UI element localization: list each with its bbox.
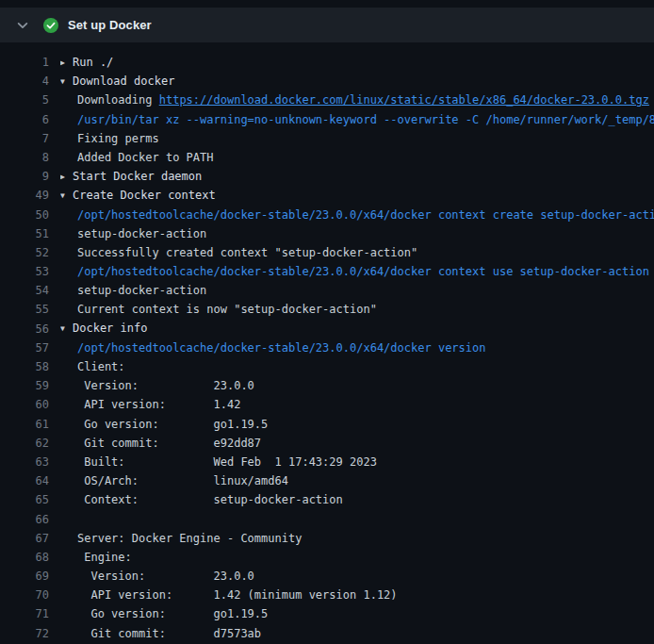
log-line: 69 Version: 23.0.0 — [0, 567, 654, 586]
group-collapsed-icon[interactable]: ▶ — [60, 168, 73, 187]
log-text: Go version: go1.19.5 — [77, 418, 268, 431]
log-text: /opt/hostedtoolcache/docker-stable/23.0.… — [77, 341, 485, 355]
line-body: Git commit: e92dd87 — [60, 434, 654, 453]
line-number[interactable]: 67 — [0, 529, 49, 548]
line-number[interactable]: 55 — [0, 300, 49, 319]
line-body: API version: 1.42 — [60, 395, 654, 414]
line-number[interactable]: 63 — [0, 453, 49, 471]
log-text: API version: 1.42 (minimum version 1.12) — [77, 588, 398, 602]
line-number[interactable]: 72 — [0, 624, 49, 643]
log-text: Fixing perms — [77, 132, 159, 145]
group-expanded-icon[interactable]: ▼ — [60, 320, 73, 339]
log-line: 52 Successfully created context "setup-d… — [0, 243, 654, 262]
line-number[interactable]: 71 — [0, 604, 49, 623]
log-text: Create Docker context — [73, 189, 216, 202]
line-number[interactable]: 50 — [0, 206, 49, 224]
group-expanded-icon[interactable]: ▼ — [60, 187, 73, 206]
log-text: Git commit: d7573ab — [77, 627, 261, 640]
log-line[interactable]: 49 ▼Create Docker context — [0, 186, 654, 205]
line-body: ▶Run ./ — [60, 53, 654, 73]
log-line: 50 /opt/hostedtoolcache/docker-stable/23… — [0, 206, 654, 224]
log-text: Context: setup-docker-action — [77, 493, 343, 506]
line-body: Version: 23.0.0 — [60, 376, 654, 395]
log-text: Client: — [77, 360, 125, 373]
log-line[interactable]: 56 ▼Docker info — [0, 320, 654, 339]
line-body: Context: setup-docker-action — [60, 490, 654, 509]
line-number[interactable]: 70 — [0, 586, 49, 604]
log-line[interactable]: 4 ▼Download docker — [0, 72, 654, 91]
line-body: Client: — [60, 357, 654, 376]
line-number[interactable]: 65 — [0, 490, 49, 509]
step-title: Set up Docker — [68, 18, 152, 32]
log-line: 8 Added Docker to PATH — [0, 148, 654, 167]
log-line: 67 Server: Docker Engine - Community — [0, 529, 654, 548]
line-number[interactable]: 53 — [0, 262, 49, 281]
log-text: Current context is now "setup-docker-act… — [77, 303, 377, 316]
line-number[interactable]: 58 — [0, 357, 49, 376]
log-text: API version: 1.42 — [77, 398, 240, 411]
log-line: 59 Version: 23.0.0 — [0, 376, 654, 395]
log-text: setup-docker-action — [77, 284, 206, 297]
log-line: 61 Go version: go1.19.5 — [0, 415, 654, 434]
line-number[interactable]: 68 — [0, 548, 49, 567]
chevron-down-icon[interactable] — [15, 18, 30, 33]
line-number[interactable]: 56 — [0, 320, 49, 339]
log-text: /opt/hostedtoolcache/docker-stable/23.0.… — [77, 265, 649, 278]
line-number[interactable]: 57 — [0, 339, 49, 357]
line-body: API version: 1.42 (minimum version 1.12) — [60, 586, 654, 604]
line-number[interactable]: 8 — [0, 148, 49, 167]
line-number[interactable]: 4 — [0, 72, 49, 91]
log-text: Built: Wed Feb 1 17:43:29 2023 — [77, 455, 377, 469]
line-body: Built: Wed Feb 1 17:43:29 2023 — [60, 453, 654, 471]
line-body: ▼Download docker — [60, 72, 654, 91]
line-number[interactable]: 61 — [0, 415, 49, 434]
step-header[interactable]: Set up Docker — [0, 8, 654, 42]
line-body: Downloading https://download.docker.com/… — [60, 91, 654, 109]
log-text: Successfully created context "setup-dock… — [77, 246, 417, 259]
line-body: /opt/hostedtoolcache/docker-stable/23.0.… — [60, 339, 654, 357]
group-expanded-icon[interactable]: ▼ — [60, 73, 73, 91]
line-number[interactable]: 60 — [0, 395, 49, 414]
line-number[interactable]: 1 — [0, 53, 49, 72]
line-number[interactable]: 6 — [0, 110, 49, 129]
line-number[interactable]: 66 — [0, 510, 49, 529]
line-number[interactable]: 64 — [0, 471, 49, 490]
line-body: Current context is now "setup-docker-act… — [60, 300, 654, 319]
line-number[interactable]: 49 — [0, 186, 49, 205]
line-number[interactable]: 62 — [0, 434, 49, 453]
log-line: 68 Engine: — [0, 548, 654, 567]
log-line[interactable]: 9 ▶Start Docker daemon — [0, 167, 654, 186]
line-body: /opt/hostedtoolcache/docker-stable/23.0.… — [60, 206, 654, 224]
line-body: setup-docker-action — [60, 281, 654, 300]
log-line: 70 API version: 1.42 (minimum version 1.… — [0, 586, 654, 604]
log-line: 57 /opt/hostedtoolcache/docker-stable/23… — [0, 339, 654, 357]
line-number[interactable]: 9 — [0, 167, 49, 186]
log-text: Downloading — [77, 93, 159, 107]
log-text: Run ./ — [73, 56, 113, 69]
log-text: Start Docker daemon — [73, 170, 202, 183]
log-line: 54 setup-docker-action — [0, 281, 654, 300]
log-text: Git commit: e92dd87 — [77, 437, 261, 450]
line-number[interactable]: 5 — [0, 91, 49, 109]
line-number[interactable]: 52 — [0, 243, 49, 262]
log-text: Version: 23.0.0 — [77, 570, 254, 583]
log-text: setup-docker-action — [77, 227, 206, 240]
line-number[interactable]: 7 — [0, 129, 49, 148]
line-number[interactable]: 69 — [0, 567, 49, 586]
line-body: setup-docker-action — [60, 224, 654, 243]
line-number[interactable]: 51 — [0, 224, 49, 243]
group-collapsed-icon[interactable]: ▶ — [60, 54, 73, 73]
line-body: /usr/bin/tar xz --warning=no-unknown-key… — [60, 110, 654, 129]
line-number[interactable]: 59 — [0, 376, 49, 395]
line-body: Fixing perms — [60, 129, 654, 148]
log-text: Server: Docker Engine - Community — [77, 532, 302, 545]
line-body: Added Docker to PATH — [60, 148, 654, 167]
line-body: Go version: go1.19.5 — [60, 415, 654, 434]
line-body: Successfully created context "setup-dock… — [60, 243, 654, 262]
log-link[interactable]: https://download.docker.com/linux/static… — [159, 93, 649, 107]
line-number[interactable]: 54 — [0, 281, 49, 300]
line-body: /opt/hostedtoolcache/docker-stable/23.0.… — [60, 262, 654, 281]
log-line[interactable]: 1 ▶Run ./ — [0, 53, 654, 72]
log-text: /opt/hostedtoolcache/docker-stable/23.0.… — [77, 208, 654, 222]
line-body: OS/Arch: linux/amd64 — [60, 471, 654, 490]
